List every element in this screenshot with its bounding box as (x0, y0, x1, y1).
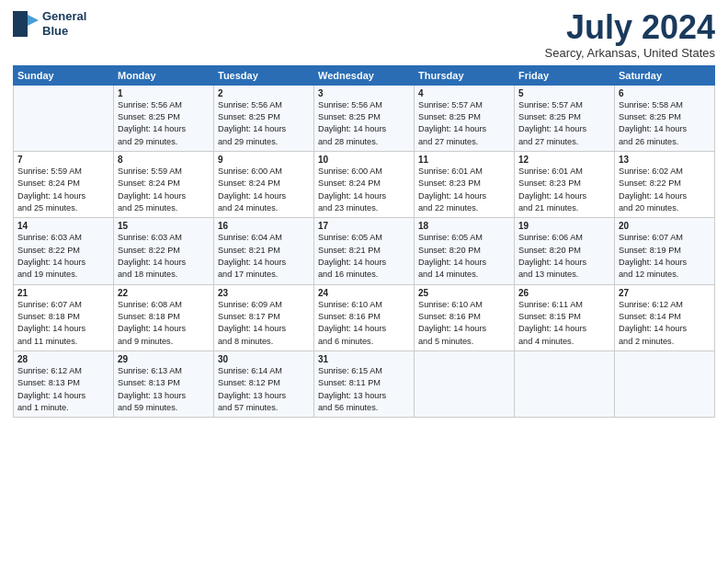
week-row-3: 14Sunrise: 6:03 AM Sunset: 8:22 PM Dayli… (14, 218, 715, 284)
cell-1-5: 4Sunrise: 5:57 AM Sunset: 8:25 PM Daylig… (415, 85, 515, 151)
col-header-monday: Monday (114, 65, 214, 85)
cell-5-6 (515, 351, 615, 418)
day-number: 16 (218, 221, 310, 231)
cell-info: Sunrise: 6:07 AM Sunset: 8:18 PM Dayligh… (17, 299, 109, 348)
day-number: 8 (118, 155, 210, 165)
cell-2-6: 12Sunrise: 6:01 AM Sunset: 8:23 PM Dayli… (515, 151, 615, 217)
logo: General Blue (13, 9, 86, 38)
col-header-saturday: Saturday (615, 65, 715, 85)
cell-info: Sunrise: 6:10 AM Sunset: 8:16 PM Dayligh… (418, 299, 510, 348)
cell-4-1: 21Sunrise: 6:07 AM Sunset: 8:18 PM Dayli… (14, 284, 114, 350)
cell-info: Sunrise: 6:07 AM Sunset: 8:19 PM Dayligh… (619, 232, 711, 281)
day-number: 10 (318, 155, 410, 165)
cell-4-2: 22Sunrise: 6:08 AM Sunset: 8:18 PM Dayli… (114, 284, 214, 350)
cell-4-4: 24Sunrise: 6:10 AM Sunset: 8:16 PM Dayli… (314, 284, 415, 350)
cell-info: Sunrise: 6:14 AM Sunset: 8:12 PM Dayligh… (218, 365, 310, 414)
logo-icon (13, 11, 39, 37)
day-number: 11 (418, 155, 510, 165)
cell-1-4: 3Sunrise: 5:56 AM Sunset: 8:25 PM Daylig… (314, 85, 415, 151)
cell-5-2: 29Sunrise: 6:13 AM Sunset: 8:13 PM Dayli… (114, 351, 214, 418)
day-number: 4 (418, 88, 510, 98)
cell-3-1: 14Sunrise: 6:03 AM Sunset: 8:22 PM Dayli… (14, 218, 114, 284)
cell-info: Sunrise: 6:02 AM Sunset: 8:22 PM Dayligh… (619, 166, 711, 214)
cell-info: Sunrise: 6:01 AM Sunset: 8:23 PM Dayligh… (518, 166, 610, 214)
cell-1-3: 2Sunrise: 5:56 AM Sunset: 8:25 PM Daylig… (214, 85, 314, 151)
cell-5-5 (415, 351, 515, 418)
month-title: July 2024 (545, 9, 715, 46)
col-header-sunday: Sunday (14, 65, 114, 85)
cell-info: Sunrise: 6:01 AM Sunset: 8:23 PM Dayligh… (418, 166, 510, 214)
cell-3-3: 16Sunrise: 6:04 AM Sunset: 8:21 PM Dayli… (214, 218, 314, 284)
cell-3-2: 15Sunrise: 6:03 AM Sunset: 8:22 PM Dayli… (114, 218, 214, 284)
cell-info: Sunrise: 5:57 AM Sunset: 8:25 PM Dayligh… (418, 99, 510, 148)
cell-info: Sunrise: 6:05 AM Sunset: 8:20 PM Dayligh… (418, 232, 510, 281)
day-number: 12 (518, 155, 610, 165)
cell-info: Sunrise: 6:06 AM Sunset: 8:20 PM Dayligh… (518, 232, 610, 281)
header-row: SundayMondayTuesdayWednesdayThursdayFrid… (14, 65, 715, 85)
cell-1-7: 6Sunrise: 5:58 AM Sunset: 8:25 PM Daylig… (615, 85, 715, 151)
logo-text: General Blue (42, 9, 86, 38)
cell-info: Sunrise: 5:59 AM Sunset: 8:24 PM Dayligh… (118, 166, 210, 214)
page: General Blue July 2024 Searcy, Arkansas,… (0, 0, 728, 563)
col-header-wednesday: Wednesday (314, 65, 415, 85)
cell-info: Sunrise: 5:57 AM Sunset: 8:25 PM Dayligh… (518, 99, 610, 148)
day-number: 30 (218, 354, 310, 364)
cell-2-3: 9Sunrise: 6:00 AM Sunset: 8:24 PM Daylig… (214, 151, 314, 217)
cell-info: Sunrise: 6:00 AM Sunset: 8:24 PM Dayligh… (218, 166, 310, 214)
title-block: July 2024 Searcy, Arkansas, United State… (545, 9, 715, 60)
cell-info: Sunrise: 6:12 AM Sunset: 8:13 PM Dayligh… (17, 365, 109, 414)
cell-info: Sunrise: 6:13 AM Sunset: 8:13 PM Dayligh… (118, 365, 210, 414)
cell-info: Sunrise: 6:11 AM Sunset: 8:15 PM Dayligh… (518, 299, 610, 348)
calendar-table: SundayMondayTuesdayWednesdayThursdayFrid… (13, 65, 715, 419)
cell-5-3: 30Sunrise: 6:14 AM Sunset: 8:12 PM Dayli… (214, 351, 314, 418)
day-number: 14 (17, 221, 109, 231)
cell-info: Sunrise: 6:00 AM Sunset: 8:24 PM Dayligh… (318, 166, 410, 214)
week-row-1: 1Sunrise: 5:56 AM Sunset: 8:25 PM Daylig… (14, 85, 715, 151)
day-number: 2 (218, 88, 310, 98)
cell-info: Sunrise: 6:03 AM Sunset: 8:22 PM Dayligh… (118, 232, 210, 281)
day-number: 3 (318, 88, 410, 98)
cell-info: Sunrise: 5:58 AM Sunset: 8:25 PM Dayligh… (619, 99, 711, 148)
cell-4-6: 26Sunrise: 6:11 AM Sunset: 8:15 PM Dayli… (515, 284, 615, 350)
cell-1-1 (14, 85, 114, 151)
cell-info: Sunrise: 5:59 AM Sunset: 8:24 PM Dayligh… (17, 166, 109, 214)
cell-1-2: 1Sunrise: 5:56 AM Sunset: 8:25 PM Daylig… (114, 85, 214, 151)
day-number: 25 (418, 288, 510, 298)
day-number: 26 (518, 288, 610, 298)
week-row-4: 21Sunrise: 6:07 AM Sunset: 8:18 PM Dayli… (14, 284, 715, 350)
cell-3-6: 19Sunrise: 6:06 AM Sunset: 8:20 PM Dayli… (515, 218, 615, 284)
day-number: 18 (418, 221, 510, 231)
col-header-thursday: Thursday (415, 65, 515, 85)
day-number: 17 (318, 221, 410, 231)
cell-5-1: 28Sunrise: 6:12 AM Sunset: 8:13 PM Dayli… (14, 351, 114, 418)
day-number: 27 (619, 288, 711, 298)
day-number: 1 (118, 88, 210, 98)
week-row-5: 28Sunrise: 6:12 AM Sunset: 8:13 PM Dayli… (14, 351, 715, 418)
day-number: 15 (118, 221, 210, 231)
day-number: 31 (318, 354, 410, 364)
day-number: 9 (218, 155, 310, 165)
cell-info: Sunrise: 6:10 AM Sunset: 8:16 PM Dayligh… (318, 299, 410, 348)
cell-2-1: 7Sunrise: 5:59 AM Sunset: 8:24 PM Daylig… (14, 151, 114, 217)
cell-5-4: 31Sunrise: 6:15 AM Sunset: 8:11 PM Dayli… (314, 351, 415, 418)
cell-2-2: 8Sunrise: 5:59 AM Sunset: 8:24 PM Daylig… (114, 151, 214, 217)
day-number: 29 (118, 354, 210, 364)
day-number: 28 (17, 354, 109, 364)
day-number: 21 (17, 288, 109, 298)
cell-1-6: 5Sunrise: 5:57 AM Sunset: 8:25 PM Daylig… (515, 85, 615, 151)
cell-info: Sunrise: 6:08 AM Sunset: 8:18 PM Dayligh… (118, 299, 210, 348)
week-row-2: 7Sunrise: 5:59 AM Sunset: 8:24 PM Daylig… (14, 151, 715, 217)
cell-2-7: 13Sunrise: 6:02 AM Sunset: 8:22 PM Dayli… (615, 151, 715, 217)
col-header-tuesday: Tuesday (214, 65, 314, 85)
cell-3-7: 20Sunrise: 6:07 AM Sunset: 8:19 PM Dayli… (615, 218, 715, 284)
cell-3-4: 17Sunrise: 6:05 AM Sunset: 8:21 PM Dayli… (314, 218, 415, 284)
cell-info: Sunrise: 6:12 AM Sunset: 8:14 PM Dayligh… (619, 299, 711, 348)
day-number: 7 (17, 155, 109, 165)
cell-3-5: 18Sunrise: 6:05 AM Sunset: 8:20 PM Dayli… (415, 218, 515, 284)
cell-info: Sunrise: 5:56 AM Sunset: 8:25 PM Dayligh… (318, 99, 410, 148)
day-number: 6 (619, 88, 711, 98)
cell-5-7 (615, 351, 715, 418)
day-number: 13 (619, 155, 711, 165)
day-number: 24 (318, 288, 410, 298)
cell-info: Sunrise: 6:09 AM Sunset: 8:17 PM Dayligh… (218, 299, 310, 348)
